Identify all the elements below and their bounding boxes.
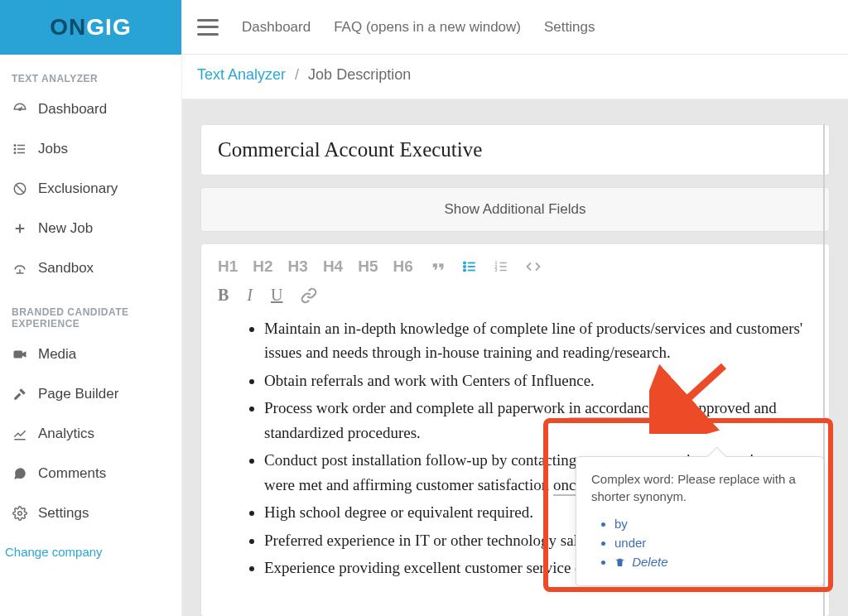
sidebar-item-label: Jobs [38, 141, 68, 157]
sidebar-item-label: Settings [38, 505, 89, 522]
sidebar: ONGIG TEXT ANALYZER Dashboard Jobs Exclu… [0, 0, 182, 616]
sidebar-item-label: Sandbox [38, 260, 94, 277]
editor-toolbar-format: B I U [218, 286, 812, 305]
suggestion-tooltip: Complex word: Please replace with a shor… [576, 456, 824, 586]
tooltip-suggestion[interactable]: by [614, 517, 808, 531]
tooltip-message: Complex word: Please replace with a shor… [591, 470, 808, 505]
sidebar-item-label: Analytics [38, 426, 94, 442]
toolbar-h3[interactable]: H3 [288, 257, 308, 276]
comment-icon [12, 466, 28, 481]
sidebar-item-label: Media [38, 346, 76, 363]
svg-point-20 [464, 262, 465, 263]
sidebar-item-new-job[interactable]: New Job [0, 209, 181, 248]
sidebar-item-label: Dashboard [38, 101, 107, 118]
toolbar-h6[interactable]: H6 [393, 257, 412, 276]
toolbar-underline[interactable]: U [271, 286, 282, 305]
toolbar-h2[interactable]: H2 [253, 257, 272, 276]
toolbar-code[interactable] [524, 259, 542, 274]
sidebar-item-exclusionary[interactable]: Exclusionary [0, 169, 181, 209]
list-item[interactable]: Process work order and complete all pape… [264, 396, 812, 445]
topbar: Dashboard FAQ (opens in a new window) Se… [182, 0, 848, 55]
sidebar-item-dashboard[interactable]: Dashboard [0, 89, 181, 129]
umbrella-icon [12, 261, 28, 276]
breadcrumb-root[interactable]: Text Analyzer [197, 66, 286, 83]
workspace: Commercial Account Executive Show Additi… [182, 99, 848, 616]
sidebar-item-media[interactable]: Media [0, 334, 181, 374]
breadcrumb-sep: / [290, 66, 304, 83]
svg-point-5 [14, 145, 16, 147]
plus-icon [12, 222, 28, 235]
tooltip-delete[interactable]: Delete [614, 555, 808, 569]
logo-part1: ON [50, 14, 86, 40]
trash-icon [614, 555, 629, 569]
toolbar-h1[interactable]: H1 [218, 257, 238, 276]
toolbar-bullet-list[interactable] [461, 259, 478, 274]
svg-point-16 [18, 512, 22, 516]
list-icon [12, 142, 28, 156]
chart-icon [12, 426, 28, 441]
logo-bar: ONGIG [0, 0, 181, 55]
topbar-link-faq[interactable]: FAQ (opens in a new window) [334, 19, 521, 36]
toolbar-h4[interactable]: H4 [323, 257, 343, 276]
breadcrumb: Text Analyzer / Job Description [182, 55, 848, 99]
gauge-icon [12, 102, 28, 117]
editor-toolbar-headings: H1 H2 H3 H4 H5 H6 123 [218, 257, 812, 276]
svg-line-9 [16, 185, 25, 194]
sidebar-section-text-analyzer: TEXT ANALYZER [0, 55, 181, 89]
topbar-link-settings[interactable]: Settings [544, 19, 595, 36]
breadcrumb-leaf: Job Description [308, 66, 411, 83]
toolbar-numbered-list[interactable]: 123 [493, 259, 509, 274]
hammer-icon [12, 387, 28, 402]
toolbar-italic[interactable]: I [247, 286, 253, 305]
show-additional-fields-button[interactable]: Show Additional Fields [200, 187, 830, 232]
sidebar-item-label: Comments [38, 465, 106, 482]
job-title[interactable]: Commercial Account Executive [218, 138, 812, 161]
main-area: Dashboard FAQ (opens in a new window) Se… [182, 0, 848, 616]
svg-point-7 [14, 152, 16, 154]
topbar-link-dashboard[interactable]: Dashboard [242, 19, 311, 36]
sidebar-item-comments[interactable]: Comments [0, 454, 181, 493]
change-company-link[interactable]: Change company [0, 533, 181, 570]
logo[interactable]: ONGIG [50, 14, 131, 41]
logo-part2: GIG [86, 14, 131, 40]
sidebar-item-settings[interactable]: Settings [0, 493, 181, 533]
svg-point-21 [464, 266, 465, 267]
sidebar-item-sandbox[interactable]: Sandbox [0, 248, 181, 288]
editor-panel: H1 H2 H3 H4 H5 H6 123 [200, 243, 830, 616]
toolbar-link[interactable] [301, 287, 317, 304]
tooltip-suggestion[interactable]: under [614, 536, 808, 550]
flagged-phrase[interactable]: in accordance with [569, 399, 687, 419]
job-title-panel: Commercial Account Executive [200, 124, 830, 176]
video-icon [12, 349, 28, 360]
svg-point-22 [464, 269, 465, 271]
sidebar-item-jobs[interactable]: Jobs [0, 129, 181, 169]
sidebar-item-label: New Job [38, 220, 93, 237]
sidebar-item-page-builder[interactable]: Page Builder [0, 374, 181, 414]
sidebar-item-label: Page Builder [38, 386, 118, 402]
toolbar-bold[interactable]: B [218, 286, 229, 305]
svg-text:3: 3 [494, 267, 497, 272]
list-item[interactable]: Obtain referrals and work with Centers o… [264, 368, 812, 392]
list-item[interactable]: Maintain an in-depth knowledge of comple… [264, 316, 812, 365]
sidebar-item-analytics[interactable]: Analytics [0, 414, 181, 454]
ban-icon [12, 181, 28, 196]
toolbar-blockquote[interactable] [428, 259, 446, 274]
svg-rect-14 [14, 351, 23, 359]
toolbar-h5[interactable]: H5 [358, 257, 378, 276]
sidebar-item-label: Exclusionary [38, 180, 118, 197]
svg-point-6 [14, 148, 16, 150]
sidebar-section-branded: BRANDED CANDIDATE EXPERIENCE [0, 288, 181, 334]
hamburger-icon[interactable] [197, 19, 219, 36]
gear-icon [12, 506, 28, 521]
